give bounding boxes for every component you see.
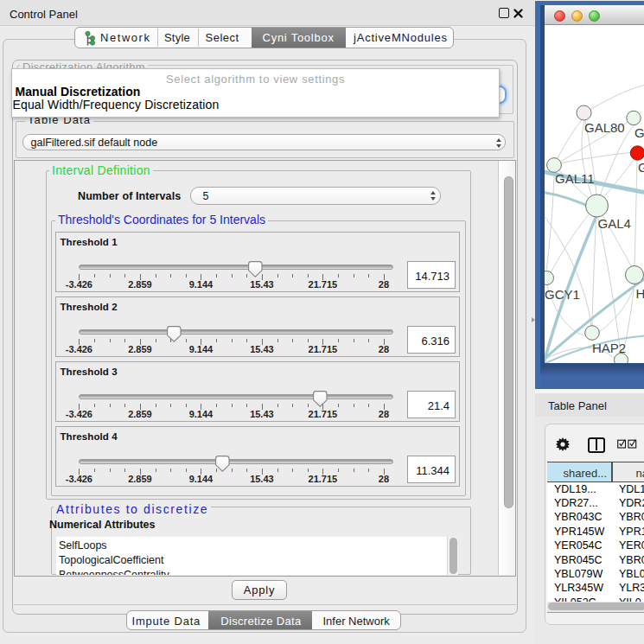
svg-text:GAL80: GAL80	[584, 119, 625, 134]
svg-text:GAL11: GAL11	[555, 170, 595, 185]
svg-text:GAL4: GAL4	[598, 216, 631, 231]
svg-text:GCY1: GCY1	[545, 286, 580, 301]
svg-text:GA: GA	[634, 124, 644, 139]
svg-text:G: G	[638, 159, 644, 174]
svg-text:HAP2: HAP2	[592, 341, 626, 355]
svg-text:H: H	[636, 285, 644, 300]
